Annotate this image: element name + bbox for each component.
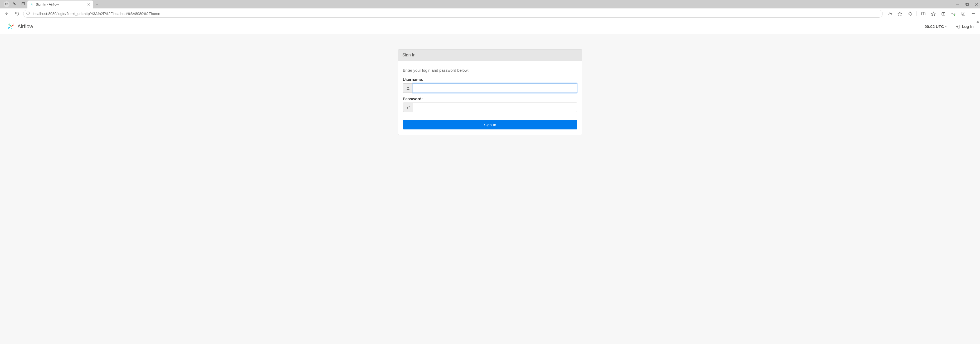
password-input[interactable] — [413, 102, 578, 112]
window-close-button[interactable] — [975, 2, 978, 6]
svg-point-33 — [407, 87, 409, 88]
signin-button[interactable]: Sign In — [403, 120, 578, 129]
svg-point-31 — [974, 13, 975, 14]
more-menu-icon[interactable] — [969, 9, 978, 18]
collections-icon[interactable] — [939, 9, 948, 18]
scrollbar-up-icon[interactable] — [976, 19, 980, 23]
brand-text: Airflow — [18, 24, 33, 30]
nav-back-button[interactable] — [2, 9, 11, 18]
address-bar[interactable]: localhost:8080/login/?next_url=http%3A%2… — [23, 10, 883, 18]
favorites-list-icon[interactable] — [929, 9, 938, 18]
username-input-group — [403, 83, 578, 93]
page-viewport: Airflow 00:02 UTC Log In Sign In Enter y… — [0, 19, 980, 344]
url-text: localhost:8080/login/?next_url=http%3A%2… — [33, 11, 160, 16]
brand-link[interactable]: Airflow — [6, 22, 33, 31]
panel-title: Sign In — [398, 49, 582, 61]
extensions-icon[interactable] — [905, 9, 915, 18]
user-icon — [403, 83, 413, 93]
clock-dropdown[interactable]: 00:02 UTC — [925, 24, 948, 29]
toolbar-right-icons — [885, 9, 978, 18]
login-icon — [956, 24, 960, 29]
login-link[interactable]: Log In — [956, 24, 974, 29]
svg-marker-35 — [977, 21, 979, 23]
window-maximize-button[interactable] — [965, 2, 969, 6]
airflow-logo-icon — [6, 22, 15, 31]
performance-icon[interactable] — [949, 9, 958, 18]
tab-close-button[interactable] — [87, 3, 91, 6]
panel-hint: Enter your login and password below: — [403, 68, 578, 72]
window-minimize-button[interactable] — [956, 2, 959, 6]
workspaces-icon[interactable] — [13, 2, 18, 7]
tab-strip-left: TB — [2, 0, 27, 8]
svg-rect-10 — [966, 3, 969, 6]
app-navbar: Airflow 00:02 UTC Log In — [0, 19, 980, 34]
nav-refresh-button[interactable] — [13, 9, 22, 18]
browser-tab-active[interactable]: Sign In - Airflow — [27, 0, 93, 8]
clock-text: 00:02 UTC — [925, 24, 944, 29]
ie-mode-icon[interactable] — [959, 9, 968, 18]
svg-rect-1 — [14, 3, 16, 4]
window-controls — [956, 0, 978, 8]
airflow-favicon — [30, 3, 34, 6]
content-area: Sign In Enter your login and password be… — [0, 34, 980, 344]
tab-strip: TB Sign In - Airflow — [0, 0, 980, 8]
svg-point-27 — [954, 14, 955, 16]
password-input-group — [403, 102, 578, 112]
svg-rect-2 — [22, 2, 25, 5]
panel-body: Enter your login and password below: Use… — [398, 61, 582, 135]
site-info-icon[interactable] — [26, 11, 30, 16]
login-link-label: Log In — [962, 24, 974, 29]
chevron-down-icon — [945, 25, 948, 28]
browser-chrome: TB Sign In - Airflow — [0, 0, 980, 19]
password-label: Password: — [403, 97, 578, 101]
signin-panel: Sign In Enter your login and password be… — [398, 49, 582, 135]
favorite-star-icon[interactable] — [896, 9, 904, 18]
svg-rect-9 — [966, 3, 968, 5]
navbar-right: 00:02 UTC Log In — [925, 24, 974, 29]
svg-point-30 — [973, 13, 974, 14]
new-tab-button[interactable] — [93, 0, 101, 8]
toolbar-separator — [916, 11, 917, 16]
tab-title: Sign In - Airflow — [36, 3, 85, 6]
profile-badge[interactable]: TB — [4, 1, 10, 7]
tab-actions-icon[interactable] — [21, 2, 25, 7]
username-label: Username: — [403, 77, 578, 82]
svg-marker-18 — [898, 12, 902, 16]
svg-point-29 — [972, 13, 972, 14]
split-screen-icon[interactable] — [919, 9, 928, 18]
username-input[interactable] — [413, 83, 578, 93]
key-icon — [403, 102, 413, 112]
svg-rect-0 — [14, 2, 15, 3]
browser-toolbar: localhost:8080/login/?next_url=http%3A%2… — [0, 8, 980, 19]
svg-point-34 — [407, 107, 408, 108]
read-aloud-icon[interactable] — [885, 9, 894, 18]
